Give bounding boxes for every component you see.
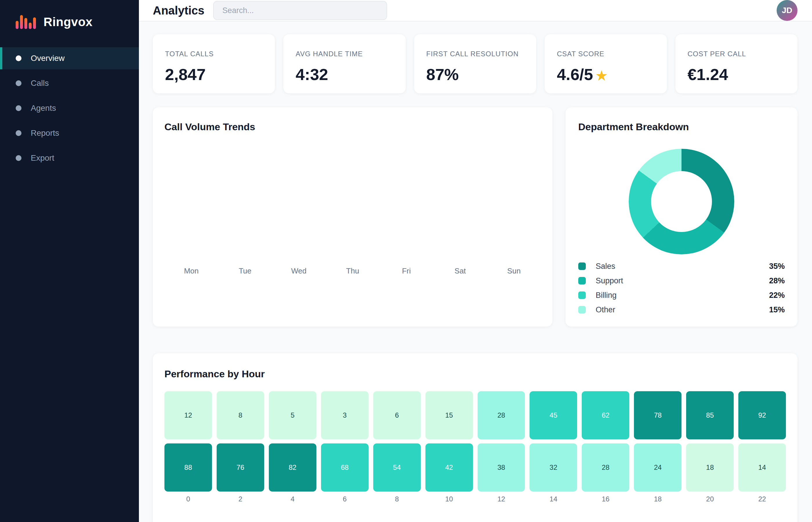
heatmap-column-20: 851820 [686, 391, 734, 503]
legend-value: 15% [769, 305, 785, 314]
performance-title: Performance by Hour [164, 368, 786, 380]
avatar[interactable]: JD [777, 0, 797, 21]
legend-label: Sales [596, 262, 615, 271]
heatmap-cell: 88 [164, 443, 212, 491]
heatmap-column-16: 622816 [582, 391, 629, 503]
kpi-label: AVG HANDLE TIME [296, 50, 393, 58]
x-axis-label: Mon [164, 266, 218, 276]
sidebar-item-reports[interactable]: Reports [0, 122, 139, 144]
kpi-value: 4.6/5★ [557, 65, 654, 84]
star-icon: ★ [596, 68, 607, 83]
heatmap-cell: 82 [269, 443, 317, 491]
heatmap-cell: 18 [686, 443, 734, 491]
kpi-card-avg-handle-time: AVG HANDLE TIME4:32 [283, 34, 405, 93]
sidebar: Ringvox OverviewCallsAgentsReportsExport [0, 0, 139, 522]
heatmap-cell: 8 [217, 391, 264, 439]
legend-value: 28% [769, 276, 785, 285]
main-column: Analytics JD TOTAL CALLS2,847AVG HANDLE … [139, 0, 812, 522]
app-root: Ringvox OverviewCallsAgentsReportsExport… [0, 0, 812, 522]
heatmap-hour-label: 6 [321, 495, 369, 503]
heatmap-hour-label: 2 [217, 495, 264, 503]
heatmap-hour-label: 14 [530, 495, 577, 503]
heatmap-column-8: 6548 [373, 391, 421, 503]
heatmap-cell: 85 [686, 391, 734, 439]
logo-bars-icon [16, 15, 36, 29]
sidebar-item-label: Agents [31, 103, 56, 113]
sidebar-item-export[interactable]: Export [0, 147, 139, 169]
content-area: TOTAL CALLS2,847AVG HANDLE TIME4:32FIRST… [139, 21, 812, 522]
sidebar-item-calls[interactable]: Calls [0, 72, 139, 94]
heatmap-cell: 5 [269, 391, 317, 439]
heatmap-cell: 42 [425, 443, 473, 491]
legend-value: 22% [769, 291, 785, 300]
heatmap-cell: 12 [164, 391, 212, 439]
legend-row-other: Other15% [578, 302, 785, 317]
x-axis-label: Sun [487, 266, 541, 276]
department-breakdown-card: Department Breakdown Sales35%Support28%B… [566, 107, 797, 326]
line-chart-plot-area [164, 133, 541, 266]
heatmap-cell: 38 [478, 443, 525, 491]
heatmap-hour-label: 10 [425, 495, 473, 503]
heatmap-cell: 92 [738, 391, 786, 439]
heatmap-cell: 6 [373, 391, 421, 439]
nav-dot-icon [16, 80, 21, 86]
kpi-value: €1.24 [688, 65, 785, 84]
sidebar-item-label: Reports [31, 128, 59, 138]
heatmap-cell: 76 [217, 443, 264, 491]
heatmap-column-6: 3686 [321, 391, 369, 503]
x-axis-label: Tue [218, 266, 272, 276]
nav-dot-icon [16, 155, 21, 161]
kpi-value: 87% [426, 65, 524, 84]
legend-swatch-icon [578, 277, 586, 284]
sidebar-nav: OverviewCallsAgentsReportsExport [0, 47, 139, 169]
sidebar-item-overview[interactable]: Overview [0, 47, 139, 69]
heatmap-cell: 78 [634, 391, 682, 439]
kpi-card-csat-score: CSAT SCORE4.6/5★ [545, 34, 667, 93]
sidebar-item-label: Export [31, 154, 54, 163]
search-input[interactable] [213, 1, 387, 20]
heatmap-cell: 68 [321, 443, 369, 491]
sidebar-item-label: Overview [31, 54, 65, 63]
kpi-value: 4:32 [296, 65, 393, 84]
kpi-label: CSAT SCORE [557, 50, 654, 58]
call-volume-card: Call Volume Trends MonTueWedThuFriSatSun [153, 107, 552, 326]
x-axis-label: Sat [433, 266, 487, 276]
x-axis-label: Wed [272, 266, 326, 276]
legend-swatch-icon [578, 306, 586, 314]
heatmap-column-18: 782418 [634, 391, 682, 503]
heatmap-hour-label: 16 [582, 495, 629, 503]
charts-row: Call Volume Trends MonTueWedThuFriSatSun… [153, 107, 797, 326]
kpi-card-total-calls: TOTAL CALLS2,847 [153, 34, 275, 93]
line-chart-x-axis: MonTueWedThuFriSatSun [164, 266, 541, 276]
performance-by-hour-card: Performance by Hour 12880876258243686654… [153, 353, 797, 522]
heatmap-cell: 3 [321, 391, 369, 439]
heatmap-hour-label: 4 [269, 495, 317, 503]
nav-dot-icon [16, 105, 21, 111]
heatmap: 1288087625824368665481542102838124532146… [164, 391, 786, 503]
sidebar-item-label: Calls [31, 79, 49, 88]
kpi-label: TOTAL CALLS [165, 50, 263, 58]
brand-name: Ringvox [43, 15, 93, 29]
kpi-label: FIRST CALL RESOLUTION [426, 50, 524, 58]
kpi-card-first-call-resolution: FIRST CALL RESOLUTION87% [414, 34, 536, 93]
legend-swatch-icon [578, 262, 586, 270]
call-volume-title: Call Volume Trends [164, 121, 541, 133]
donut-legend: Sales35%Support28%Billing22%Other15% [578, 259, 785, 317]
heatmap-hour-label: 8 [373, 495, 421, 503]
kpi-card-cost-per-call: COST PER CALL€1.24 [675, 34, 797, 93]
sidebar-item-agents[interactable]: Agents [0, 97, 139, 119]
heatmap-column-10: 154210 [425, 391, 473, 503]
heatmap-hour-label: 20 [686, 495, 734, 503]
heatmap-column-22: 921422 [738, 391, 786, 503]
heatmap-cell: 32 [530, 443, 577, 491]
legend-label: Billing [596, 291, 616, 300]
header: Analytics JD [139, 0, 812, 21]
heatmap-cell: 54 [373, 443, 421, 491]
kpi-row: TOTAL CALLS2,847AVG HANDLE TIME4:32FIRST… [153, 34, 797, 93]
legend-swatch-icon [578, 292, 586, 299]
legend-row-sales: Sales35% [578, 259, 785, 274]
nav-dot-icon [16, 55, 21, 61]
heatmap-hour-label: 12 [478, 495, 525, 503]
kpi-label: COST PER CALL [688, 50, 785, 58]
heatmap-cell: 45 [530, 391, 577, 439]
